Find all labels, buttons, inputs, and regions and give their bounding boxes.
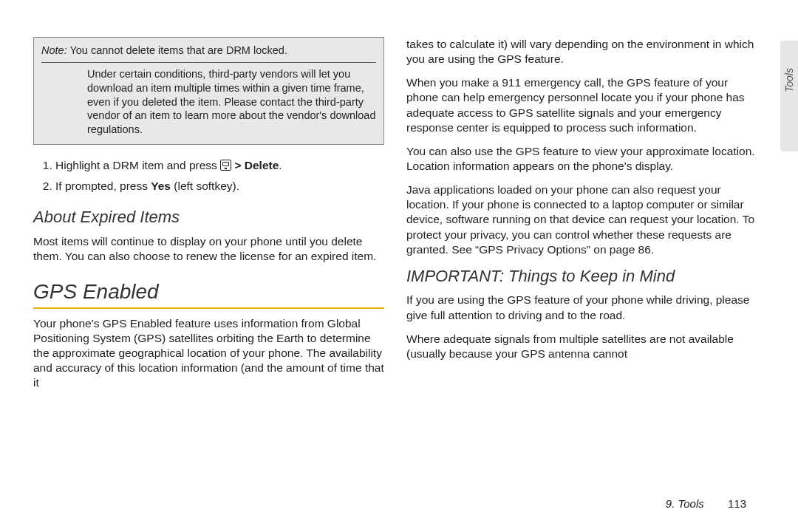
heading-rule [33,307,384,309]
right-p6: Where adequate signals from multiple sat… [406,332,757,361]
step-2-pre: If prompted, press [55,180,151,192]
right-p5: If you are using the GPS feature of your… [406,293,757,322]
note-divider [41,62,376,63]
gps-para-1: Your phone's GPS Enabled feature uses in… [33,316,384,391]
note-header-text: You cannot delete items that are DRM loc… [69,44,287,56]
note-body: Under certain conditions, third-party ve… [41,67,376,137]
footer-chapter: 9. Tools [666,497,704,510]
footer-page-number: 113 [728,497,746,510]
two-column-layout: Note: You cannot delete items that are D… [33,37,757,399]
section-tab-label: Tools [783,68,795,92]
step-1-delete: Delete [245,159,279,171]
right-p2: When you make a 911 emergency call, the … [406,75,757,135]
step-1-pre: Highlight a DRM item and press [55,159,220,171]
step-2-yes: Yes [151,180,171,192]
about-expired-body: Most items will continue to display on y… [33,234,384,264]
step-1-gt: > [231,159,245,171]
section-tab: Tools [780,41,798,151]
important-heading: IMPORTANT: Things to Keep in Mind [406,266,757,287]
right-p3: You can also use the GPS feature to view… [406,144,757,174]
left-column: Note: You cannot delete items that are D… [33,37,384,399]
menu-key-icon [220,160,231,171]
steps-list: Highlight a DRM item and press > Delete.… [33,158,384,194]
right-p1: takes to calculate it) will vary dependi… [406,37,757,66]
page-footer: 9. Tools 113 [666,497,746,510]
gps-enabled-heading: GPS Enabled [33,279,384,305]
note-label: Note: [41,44,67,56]
right-p4: Java applications loaded on your phone c… [406,183,757,257]
note-box: Note: You cannot delete items that are D… [33,37,384,145]
step-2-post: (left softkey). [171,180,239,192]
about-expired-heading: About Expired Items [33,207,384,228]
step-1: Highlight a DRM item and press > Delete. [55,158,384,173]
step-2: If prompted, press Yes (left softkey). [55,179,384,194]
right-column: takes to calculate it) will vary dependi… [406,37,757,399]
manual-page: Note: You cannot delete items that are D… [0,0,798,532]
step-1-post: . [279,159,282,171]
note-header: Note: You cannot delete items that are D… [41,44,376,58]
